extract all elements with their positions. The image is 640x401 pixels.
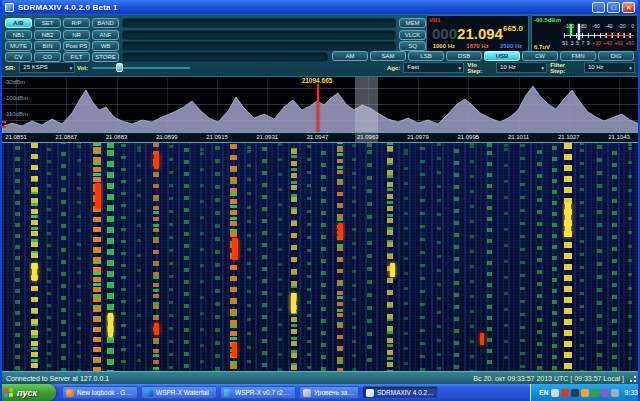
filter-step-dropdown[interactable]: 10 Hz▼ [584,62,635,73]
waterfall-signal-column [404,143,408,371]
display-strip [122,41,396,51]
button-mem[interactable]: MEM [399,18,426,28]
vfo-step-value: 10 Hz [500,64,516,70]
s-meter-overload-segment [605,33,634,38]
frequency-scale[interactable]: 21.085121.086721.088321.089921.091521.09… [2,132,640,143]
agc-value: Fast [407,64,419,70]
button-postps[interactable]: Post PS [63,41,90,51]
close-button[interactable]: × [622,2,635,13]
tray-icon[interactable] [601,389,609,397]
button-ab[interactable]: A/B [5,18,32,28]
button-rp[interactable]: R/P [63,18,90,28]
mode-usb[interactable]: USB [484,51,520,61]
vfo-step-dropdown[interactable]: 10 Hz▼ [496,62,547,73]
button-set[interactable]: SET [34,18,61,28]
frequency-hz: 665.0 [503,24,523,33]
scale-tick-label: 7 [581,40,584,46]
tuning-marker-line[interactable] [317,84,319,132]
frequency-display[interactable]: VB1 00021.094665.0 1000 Hz 1670 Hz 2500 … [426,15,529,52]
language-indicator[interactable]: EN [539,389,548,396]
spectrum-display[interactable]: -90dBm -100dBm -110dBm 21094.665 [2,76,640,132]
tray-icon[interactable] [551,389,559,397]
button-wb[interactable]: WB [92,41,119,51]
minimize-button[interactable]: _ [592,2,605,13]
waterfall-signal-column [262,143,267,371]
waterfall-display[interactable] [2,143,640,371]
maximize-button[interactable]: □ [607,2,620,13]
sample-rate-dropdown[interactable]: 25 KSPS▼ [19,62,75,73]
scale-tick-label: -100 [564,23,574,29]
button-anf[interactable]: ANF [92,30,119,40]
taskbar-item-logbook[interactable]: New logbook - Googl... [62,386,138,399]
waterfall-signal-column [367,143,372,371]
tray-icon[interactable] [611,389,619,397]
agc-dropdown[interactable]: Fast▼ [403,62,464,73]
scale-tick-label: 3 [571,40,574,46]
frequency-digits[interactable]: 00021.094665.0 [427,24,528,43]
browser-icon [66,389,74,397]
mode-dig[interactable]: DIG [598,51,634,61]
button-cv[interactable]: CV [5,52,32,62]
frequency-scale-label: 21.0899 [156,134,178,140]
passband-overlay[interactable] [355,77,378,132]
volume-slider[interactable] [92,62,190,73]
tray-icon[interactable] [561,389,569,397]
mode-cw[interactable]: CW [522,51,558,61]
waterfall-signal-column [387,143,393,371]
button-filt[interactable]: FILT [63,52,90,62]
tray-icon[interactable] [571,389,579,397]
button-co[interactable]: CO [34,52,61,62]
spectrum-y-label: -100dBm [4,95,28,101]
frequency-scale-label: 21.0931 [256,134,278,140]
band-edge-marker [2,126,6,128]
start-button[interactable]: пуск [0,384,56,401]
frequency-scale-label: 21.0979 [407,134,429,140]
button-store[interactable]: STORE [92,52,119,62]
button-bin[interactable]: BIN [34,41,61,51]
frequency-leading-zeros: 000 [432,25,457,42]
mode-fmn[interactable]: FMN [560,51,596,61]
mode-sam[interactable]: SAM [370,51,406,61]
volume-icon [303,389,311,397]
volume-label: Vol: [77,65,88,71]
mode-am[interactable]: AM [332,51,368,61]
title-bar[interactable]: SDRMAXIV 4.0.2.0 Beta 1 _ □ × [2,0,638,15]
waterfall-signal-column [137,143,141,371]
status-bar: Connected to Server at 127.0.0.1 Вс 20. … [2,371,638,384]
scale-tick-label: 0 [631,23,634,29]
tray-icon[interactable] [591,389,599,397]
frequency-scale-label: 21.0915 [206,134,228,140]
waterfall-signal-column [77,143,81,371]
button-band[interactable]: BAND [92,18,119,28]
frequency-scale-label: 21.1043 [608,134,630,140]
waterfall-signal-column [31,143,38,371]
taskbar-item-sdrmax[interactable]: SDRMAXIV 4.0.2.0 B... [362,386,438,399]
waterfall-signal-column [307,143,311,371]
button-nb2[interactable]: NB2 [34,30,61,40]
taskbar-item-wspr[interactable]: WSPR-X v0.7 r296... [220,386,296,399]
mode-lsb[interactable]: LSB [408,51,444,61]
waterfall-hot-spot [154,153,159,169]
agc-label: Agc: [387,65,400,71]
chevron-down-icon: ▼ [457,64,462,73]
taskbar-item-record-level[interactable]: Уровень запис... [299,386,359,399]
app-icon [5,3,14,12]
chevron-down-icon: ▼ [68,64,73,73]
button-sq[interactable]: SQ [399,41,426,51]
tray-icon[interactable] [581,389,589,397]
button-mute[interactable]: MUTE [5,41,32,51]
scale-tick-label: -20 [618,23,625,29]
waterfall-signal-column [121,143,126,371]
volume-slider-track[interactable] [92,67,190,69]
filter-step-label: Filter Step: [550,62,581,74]
windows-flag-icon [4,387,14,398]
volume-slider-thumb[interactable] [116,63,123,72]
waterfall-signal-column [352,143,356,371]
button-nr[interactable]: NR [63,30,90,40]
button-nb1[interactable]: NB1 [5,30,32,40]
mode-dsb[interactable]: DSB [446,51,482,61]
taskbar-item-wspr-waterfall[interactable]: WSPR-X Waterfall [141,386,217,399]
button-vlck[interactable]: VLCK [399,30,426,40]
scale-tick-label: +40 [603,40,611,46]
resize-grip-icon[interactable] [628,374,637,383]
